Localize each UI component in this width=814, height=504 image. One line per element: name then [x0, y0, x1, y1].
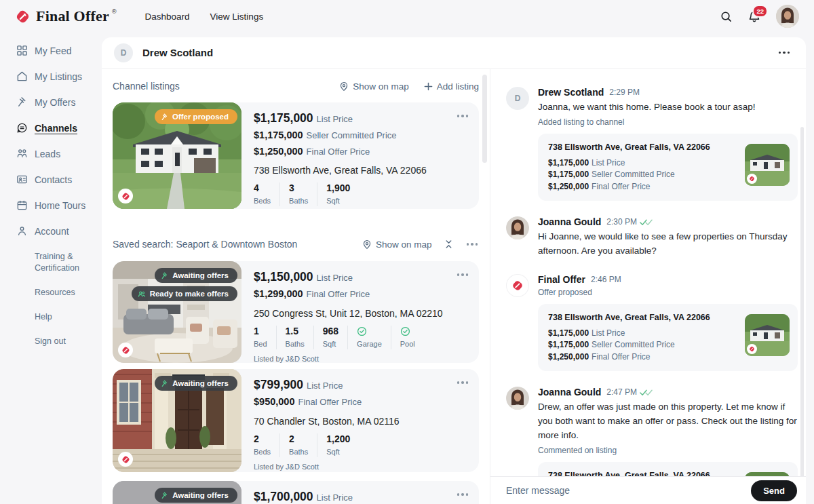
- nav-view-listings[interactable]: View Listings: [210, 12, 264, 22]
- sidebar-item-contacts[interactable]: Contacts: [16, 174, 102, 185]
- search-icon[interactable]: [720, 10, 733, 23]
- final-offer-logo-icon: [15, 9, 31, 24]
- collapse-section-button[interactable]: [444, 239, 453, 249]
- sender-name: Joanna Gould: [538, 387, 601, 398]
- notification-count-badge: 22: [752, 5, 768, 18]
- sidebar-label: Channels: [35, 123, 77, 134]
- listing-menu-button[interactable]: [456, 489, 470, 500]
- sidebar-item-my-offers[interactable]: My Offers: [16, 96, 102, 108]
- sidebar: My Feed My Listings My Offers Channels L…: [0, 33, 102, 504]
- read-receipt-double-check-icon: [642, 389, 653, 396]
- check-circle-icon: [357, 326, 382, 337]
- stat-label: Baths: [289, 197, 308, 205]
- message-action-link[interactable]: Added listing to channel: [538, 117, 798, 127]
- message-text: Hi Joanne, we would like to see a few pr…: [538, 230, 798, 258]
- seller-committed-price-label: Seller Committed Price: [307, 130, 397, 140]
- final-offer-watermark-icon: [118, 452, 133, 467]
- top-nav: Dashboard View Listings: [145, 12, 264, 22]
- listing-menu-button[interactable]: [456, 269, 470, 280]
- price-label: List Price: [592, 158, 625, 168]
- sidebar-label: Home Tours: [35, 200, 85, 211]
- stat-value: 1: [254, 326, 267, 337]
- stat-label: Baths: [286, 340, 305, 348]
- channel-title: Drew Scotland: [142, 47, 213, 58]
- collapse-icon: [444, 239, 453, 249]
- message-action-link[interactable]: Commented on listing: [538, 446, 798, 455]
- send-button[interactable]: Send: [751, 480, 797, 501]
- gavel-icon: [16, 96, 28, 108]
- sender-avatar: D: [506, 87, 529, 110]
- status-badge-awaiting-offers: Awaiting offers: [155, 268, 237, 283]
- status-badge-offer-proposed: Offer proposed: [155, 109, 237, 124]
- channel-listings-toolbar: Channel listings Show on map Add listing: [113, 76, 479, 96]
- final-offer-price-value: $950,000: [254, 396, 294, 407]
- show-on-map-button[interactable]: Show on map: [362, 239, 432, 250]
- listing-menu-button[interactable]: [456, 111, 470, 121]
- listing-address: 70 Chandler St, Boston, MA 02116: [254, 416, 468, 427]
- listing-stats: 2Beds 2Baths 1,200Sqft: [254, 433, 468, 457]
- sidebar-item-sign-out[interactable]: Sign out: [35, 336, 102, 347]
- list-price-label: List Price: [317, 492, 353, 503]
- gavel-icon: [161, 380, 168, 387]
- sender-avatar-final-offer-icon: [506, 274, 529, 297]
- listing-card[interactable]: Awaiting offers $799,900List Price $950,…: [113, 369, 479, 472]
- chat-message: Final Offer 2:46 PM Offer proposed 738 E…: [506, 274, 798, 371]
- stat-value: 2: [289, 433, 308, 445]
- listing-card[interactable]: Offer proposed $1,175,000List Price $1,1…: [113, 102, 479, 209]
- listing-stats: 4Beds 3Baths 1,900Sqft: [254, 182, 468, 206]
- price-label: Seller Committed Price: [592, 170, 675, 179]
- sidebar-secondary: Training & Certification Resources Help …: [16, 251, 102, 347]
- status-badge-awaiting-offers: Awaiting offers: [155, 488, 237, 503]
- check-circle-icon: [400, 326, 415, 337]
- show-on-map-button[interactable]: Show on map: [339, 81, 409, 92]
- price-label: Final Offer Price: [592, 352, 650, 362]
- notifications-bell-icon[interactable]: 22: [748, 9, 761, 24]
- sidebar-item-training-certification[interactable]: Training & Certification: [35, 251, 97, 274]
- main-panel: D Drew Scotland Channel listings Show on…: [102, 37, 806, 504]
- final-offer-price-value: $1,250,000: [254, 146, 303, 157]
- stat-value: 1,900: [326, 182, 350, 194]
- sidebar-item-channels[interactable]: Channels: [16, 122, 102, 134]
- chat-scrollbar-thumb[interactable]: [800, 127, 804, 500]
- message-composer: Send: [490, 476, 806, 504]
- people-icon: [138, 290, 146, 298]
- sidebar-item-account[interactable]: Account: [16, 225, 102, 237]
- sender-name: Joanna Gould: [538, 216, 601, 227]
- listings-scrollbar-thumb[interactable]: [482, 75, 487, 163]
- stat-label: Sqft: [326, 197, 340, 205]
- home-icon: [16, 71, 28, 82]
- sidebar-label: My Listings: [35, 71, 82, 82]
- sidebar-item-leads[interactable]: Leads: [16, 148, 102, 159]
- listing-menu-button[interactable]: [456, 377, 470, 388]
- price-value: $1,250,000: [548, 182, 589, 191]
- listing-card[interactable]: Awaiting offers $1,700,000List Price: [113, 481, 479, 504]
- property-card[interactable]: 738 Ellsworth Ave, Great Falls, VA 22066…: [538, 134, 798, 201]
- brand-logo[interactable]: Final Offer ®: [15, 7, 117, 25]
- saved-search-menu-button[interactable]: [465, 239, 480, 250]
- sidebar-label: Account: [35, 226, 69, 237]
- user-avatar[interactable]: [776, 5, 799, 28]
- listing-card[interactable]: Awaiting offers Ready to make offers $1,…: [113, 261, 479, 363]
- show-on-map-label: Show on map: [376, 239, 432, 250]
- property-card[interactable]: 738 Ellsworth Ave, Great Falls, VA 22066…: [538, 304, 798, 371]
- nav-dashboard[interactable]: Dashboard: [145, 12, 190, 22]
- message-time: 2:29 PM: [609, 88, 640, 97]
- property-card[interactable]: 738 Ellsworth Ave, Great Falls, VA 22066…: [538, 462, 798, 476]
- sidebar-item-home-tours[interactable]: Home Tours: [16, 199, 102, 211]
- chat-message: Joanna Gould 2:47 PM Drew, an offer was …: [506, 387, 798, 476]
- listing-photo: Awaiting offers Ready to make offers: [113, 261, 241, 363]
- message-action-link[interactable]: Offer proposed: [538, 288, 798, 297]
- sidebar-item-help[interactable]: Help: [35, 311, 102, 323]
- message-input[interactable]: [506, 485, 751, 496]
- price-value: $1,175,000: [548, 340, 589, 349]
- gavel-icon: [161, 272, 168, 279]
- sender-name: Drew Scotland: [538, 87, 604, 98]
- listed-by-text: Listed by J&D Scott: [254, 463, 319, 471]
- add-listing-button[interactable]: Add listing: [424, 81, 479, 92]
- sidebar-item-my-feed[interactable]: My Feed: [16, 45, 102, 56]
- sidebar-item-resources[interactable]: Resources: [35, 287, 102, 298]
- brand-name: Final Offer: [36, 7, 109, 25]
- sidebar-item-my-listings[interactable]: My Listings: [16, 71, 102, 82]
- channel-menu-button[interactable]: [777, 47, 792, 58]
- property-thumbnail: [745, 314, 790, 356]
